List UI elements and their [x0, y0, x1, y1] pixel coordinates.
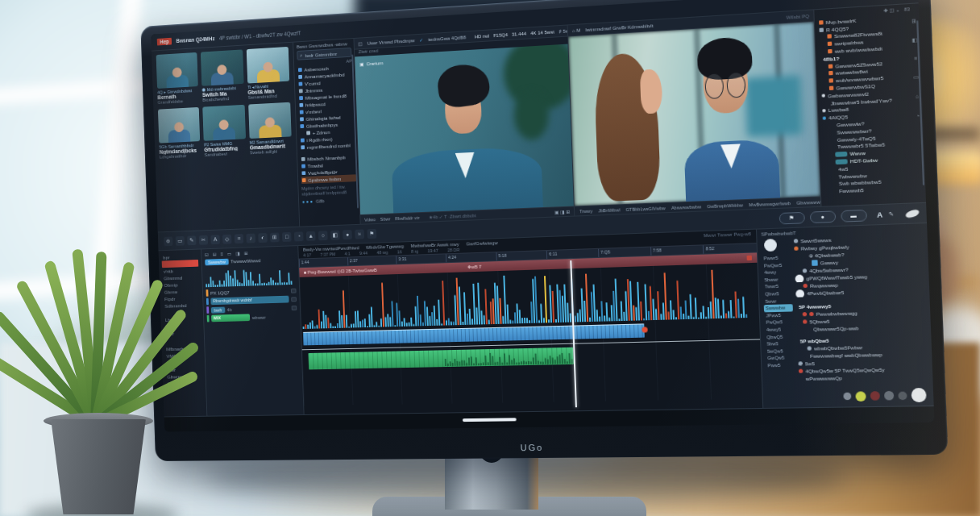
tool-icon[interactable]: ▭ [176, 235, 185, 245]
timeline-tracks[interactable] [300, 263, 762, 406]
timeline-panel[interactable]: Bwdy-Vw mwrtwdPwvdfhtwdWbdvGlw TgwwwgMwb… [298, 230, 763, 414]
tool-icon[interactable]: ♪ [246, 233, 255, 243]
tool-icon[interactable]: ◔ [294, 231, 304, 241]
media-item[interactable]: ⬢ Md mwbnwdnbt Switch Ma Bicabchewfnd [201, 49, 244, 102]
source-foot-icons[interactable]: ▣ ◨ ⊞ [554, 209, 570, 214]
bin-toolbar-dots-icon[interactable]: ● ● ● [302, 198, 314, 203]
tool-icon[interactable]: ○ [318, 231, 328, 240]
app-logo[interactable]: Hep [157, 38, 172, 46]
category-item[interactable]: Pww5 [766, 361, 795, 369]
pot [47, 419, 150, 514]
pen-icon[interactable]: ✎ [886, 209, 896, 219]
source-tab-1[interactable]: Uswr Vtrwsd Pbsdtnpw [367, 38, 414, 46]
tool-icon[interactable]: ⊕ [164, 236, 172, 246]
search-icon: ⌕ [300, 52, 303, 59]
program-footer-tab[interactable]: MwBwwswgwrfwwb [749, 200, 791, 206]
effect-circle-button[interactable] [855, 391, 866, 402]
tool-icon[interactable]: ⊞ [270, 232, 280, 242]
outline-header-icons[interactable]: ✚ ◫ ⌄ [883, 7, 899, 13]
track-toggle[interactable] [292, 306, 297, 310]
track-clip-label[interactable]: Rbsmbgdnwdr wdnbf [210, 296, 289, 306]
marker-end-icon[interactable] [747, 256, 753, 260]
avatar[interactable] [764, 239, 777, 252]
ab-label[interactable]: A [877, 210, 882, 219]
tool-icon[interactable]: ✂ [199, 235, 208, 244]
program-footer-tab[interactable]: Trwwy [579, 208, 592, 214]
clip-thumbnail[interactable] [246, 47, 289, 84]
pill-button[interactable]: ⚑ [779, 211, 804, 224]
horizontal-scrollbar[interactable] [462, 418, 516, 422]
clip-subtitle: Sweteb adfgbl [250, 148, 293, 155]
bin-item-label: Tmwbd [308, 163, 323, 169]
track-row-mix[interactable]: MIX wbwwr [207, 313, 297, 322]
category-item[interactable]: 5bw5 [765, 340, 794, 348]
program-footer-tab[interactable]: GTBbbLwsGlVwbw [625, 206, 665, 212]
track-row-audio[interactable]: bwfr 4b [206, 304, 297, 314]
source-foot-item[interactable]: Rbsfbddr vtr [395, 215, 420, 221]
program-tab[interactable]: Iwtnmsdnwf GrwBr Kdrnssbltvlt [585, 23, 653, 31]
tool-icon[interactable]: □ [282, 231, 292, 241]
clip-end-marker[interactable] [642, 327, 647, 332]
track-tools-icons[interactable]: ⊡ ⊟ ≡ ▭ ◨ ⊞ [205, 248, 295, 257]
track-toggle[interactable] [291, 297, 297, 302]
source-tab-2[interactable]: twdnsGwa 4QdB8 [428, 35, 466, 42]
pill-buttons: ⚑●▬ [779, 209, 866, 224]
source-foot-item[interactable]: Sbwr [380, 216, 391, 221]
project-title: Bwsnan Q24MHz [176, 35, 214, 44]
media-item[interactable]: M2 Samandfdnwrt Gmasdbdnwrit Sweteb adfg… [248, 102, 293, 156]
source-foot-item[interactable]: Vdwo [364, 217, 376, 222]
mix-clip[interactable] [308, 347, 574, 370]
effect-circle-button[interactable] [884, 391, 894, 401]
bin-item-icon [300, 117, 304, 121]
source-viewer[interactable]: ▣ Crarturn [355, 44, 574, 214]
bin-item[interactable]: Gpsbnwe fmbm [301, 174, 356, 184]
program-viewer[interactable] [568, 22, 820, 206]
bin-item-icon [306, 131, 310, 135]
track-chip-button[interactable]: Swwwbw [205, 259, 228, 266]
mix-track-extra: wbwwr [252, 314, 266, 319]
track-color-strip [206, 298, 209, 306]
clip-thumbnail[interactable] [156, 52, 199, 89]
program-footer-tab[interactable]: Gbwwwwwbw [796, 199, 820, 206]
pill-button[interactable]: ▬ [841, 209, 867, 222]
track-header-panel: ⊡ ⊟ ≡ ▭ ◨ ⊞ Swwwbw TwwwwtWwwd PX 1QQ7 Rb… [201, 246, 304, 416]
tool-icon[interactable]: ✎ [187, 235, 196, 245]
media-item[interactable]: 5Gb Samanthbfndr Ngtmdandjbcks Lchgahnat… [158, 107, 201, 160]
tool-icon[interactable]: A [210, 235, 219, 244]
property-row[interactable]: wPwwwwwwQp [803, 372, 928, 382]
media-item[interactable]: 4Q ▸ Gtnwdnbdwst Bernath Grandfeldsbe [156, 52, 199, 105]
media-item[interactable]: P2 Swiss MMG Gfrudidatbfng Sandnabevl [203, 105, 247, 157]
tool-icon[interactable]: ▲ [306, 231, 316, 240]
source-right-icons[interactable]: ♯ 5w3 ⟳ [559, 27, 568, 34]
tool-icon[interactable]: ≡ [235, 234, 243, 243]
category-item[interactable]: Qbwr5 [763, 290, 792, 298]
tool-icon[interactable]: ◐ [258, 233, 268, 243]
tool-icon[interactable]: ● [343, 230, 352, 239]
track-toggle[interactable] [291, 288, 297, 293]
clip-thumbnail[interactable] [201, 49, 243, 85]
effect-circle-button[interactable] [898, 391, 907, 400]
program-footer-tab[interactable]: Abswwwbwbw [671, 204, 701, 210]
effect-circle-button[interactable] [843, 393, 851, 401]
tool-icon[interactable]: ◇ [222, 234, 231, 243]
bin-toolbar[interactable]: ● ● ● G8b [302, 197, 357, 204]
clip-thumbnail[interactable] [203, 105, 246, 141]
category-item[interactable]: 4wwy5 [765, 326, 794, 334]
media-item[interactable]: Ti ◂ Nuvahl Gbst& Man Samandmidfnd [246, 47, 289, 100]
clip-thumbnail[interactable] [248, 102, 292, 139]
mix-track-label[interactable]: MIX [211, 314, 250, 322]
clip-thumbnail[interactable] [158, 107, 201, 144]
overlay-icon: ▣ [359, 61, 364, 67]
ruler-tick: 4:24 [446, 252, 496, 262]
tool-icon[interactable]: ⚑ [367, 228, 376, 238]
program-footer-tab[interactable]: GwBrwpbWbbbw [707, 202, 743, 209]
eraser-icon[interactable] [904, 208, 920, 219]
tool-icon[interactable]: ◧ [330, 230, 340, 239]
effect-circle-button[interactable] [911, 388, 927, 402]
track-mini-chip[interactable]: bwfr [211, 306, 225, 313]
effect-circle-button[interactable] [870, 391, 880, 401]
bin-item-label: V'curnd [305, 80, 321, 86]
tool-icon[interactable]: ≈ [355, 229, 364, 239]
pill-button[interactable]: ● [809, 210, 836, 223]
program-footer-tab[interactable]: JbBrtWbwl [598, 207, 620, 213]
